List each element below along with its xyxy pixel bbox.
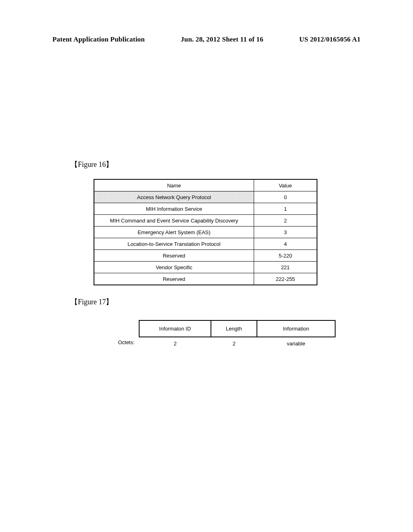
- cell-name: Emergency Alert System (EAS): [94, 227, 254, 238]
- cell-information: Information: [257, 320, 335, 337]
- col-header-value: Value: [254, 179, 317, 191]
- cell-value: 222-255: [254, 273, 317, 285]
- table-row: MIH Command and Event Service Capability…: [94, 215, 317, 227]
- table-row: Access Network Query Protocol 0: [94, 191, 317, 203]
- table-row: Location-to-Service Translation Protocol…: [94, 238, 317, 250]
- figure-17-label: 【Figure 17】: [71, 297, 113, 307]
- cell-value: 0: [254, 191, 317, 203]
- octets-label: Octets:: [116, 337, 139, 347]
- page-header: Patent Application Publication Jun. 28, …: [52, 35, 361, 44]
- cell-name: MIH Command and Event Service Capability…: [94, 215, 254, 227]
- figure-16-table: Name Value Access Network Query Protocol…: [94, 179, 317, 285]
- header-left: Patent Application Publication: [52, 35, 145, 44]
- table-row: Emergency Alert System (EAS) 3: [94, 227, 317, 238]
- cell-value: 221: [254, 262, 317, 273]
- cell-value: 4: [254, 238, 317, 250]
- header-center: Jun. 28, 2012 Sheet 11 of 16: [181, 35, 263, 44]
- cell-name: Reserved: [94, 250, 254, 262]
- figure-17-layout: Informaton ID Length Information Octets:…: [116, 320, 336, 347]
- table-row: Informaton ID Length Information: [139, 320, 335, 337]
- table-row: Reserved 222-255: [94, 273, 317, 285]
- cell-value: 1: [254, 203, 317, 215]
- header-right: US 2012/0165056 A1: [299, 35, 361, 44]
- cell-name: Access Network Query Protocol: [94, 191, 254, 203]
- cell-length: Length: [211, 320, 257, 337]
- cell-information-id: Informaton ID: [139, 320, 211, 337]
- figure-17-table: Informaton ID Length Information: [139, 320, 336, 337]
- cell-name: Reserved: [94, 273, 254, 285]
- table-header-row: Name Value: [94, 179, 317, 191]
- cell-value: 2: [254, 215, 317, 227]
- figure-17-wrap: Informaton ID Length Information Octets:…: [116, 320, 336, 347]
- cell-value: 5-220: [254, 250, 317, 262]
- cell-name: Location-to-Service Translation Protocol: [94, 238, 254, 250]
- cell-name: Vendor Specific: [94, 262, 254, 273]
- table-row: Vendor Specific 221: [94, 262, 317, 273]
- figure-17-octets-row: 2 2 variable: [139, 337, 336, 347]
- table-row: Reserved 5-220: [94, 250, 317, 262]
- octets-value: 2: [212, 337, 257, 347]
- table-row: MIH Information Service 1: [94, 203, 317, 215]
- cell-value: 3: [254, 227, 317, 238]
- col-header-name: Name: [94, 179, 254, 191]
- octets-value: 2: [139, 337, 212, 347]
- figure-16-label: 【Figure 16】: [71, 160, 113, 169]
- octets-value: variable: [257, 337, 336, 347]
- cell-name: MIH Information Service: [94, 203, 254, 215]
